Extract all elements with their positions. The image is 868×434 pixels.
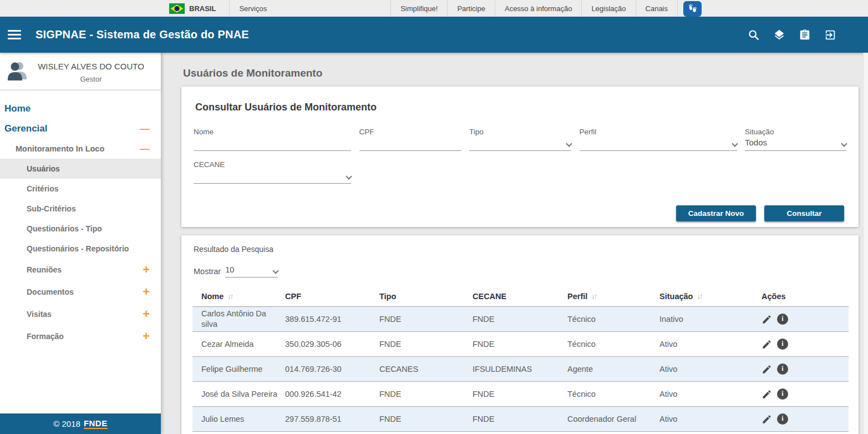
cecane-field-group: CECANE [194,160,351,184]
column-header-nome[interactable]: Nome↓↑ [192,292,285,301]
nome-input[interactable] [194,136,351,147]
table-header-row: Nome↓↑ CPF Tipo CECANE Perfil↓↑ Situação… [192,286,849,307]
info-icon[interactable]: i [777,314,788,325]
search-icon[interactable] [748,29,760,41]
collapse-icon[interactable]: — [140,124,150,134]
info-icon[interactable]: i [777,388,788,400]
consultar-button[interactable]: Consultar [764,205,844,221]
expand-icon[interactable]: + [143,308,150,320]
divider [677,0,678,17]
gov-bar: BRASIL Serviços Simplifique! Participe A… [0,0,868,17]
cell-cecane: FNDE [473,339,567,350]
sidebar-menu: Home Gerencial— Monitoramento In Loco— U… [0,90,161,413]
sidebar-item-gerencial[interactable]: Gerencial— [0,119,161,139]
app-header: SIGPNAE - Sistema de Gestão do PNAE [0,17,868,53]
table-row: Felipe Guilherme 014.769.726-30 CECANES … [192,357,849,382]
sidebar-item-reunioes[interactable]: Reuniões+ [0,259,161,281]
gov-link-canais[interactable]: Canais [636,4,677,13]
cell-situacao: Ativo [659,414,753,425]
sort-icon[interactable]: ↓↑ [227,292,232,300]
cell-perfil: Agente [567,364,659,375]
info-icon[interactable]: i [777,364,788,375]
chevron-down-icon [732,140,738,147]
sidebar-item-sub-criterios[interactable]: Sub-Critérios [0,199,161,219]
cell-cpf: 297.559.878-51 [285,414,379,425]
cell-nome: Carlos Antônio Da silva [192,309,285,330]
sidebar-item-home[interactable]: Home [0,99,161,119]
chevron-down-icon [346,173,352,179]
cell-cecane: FNDE [473,389,567,400]
page-size-select[interactable]: 10 [225,265,278,277]
assignment-icon[interactable] [799,29,811,41]
gov-link-simplifique[interactable]: Simplifique! [391,4,447,13]
expand-icon[interactable]: + [143,286,150,298]
nome-label: Nome [194,128,351,136]
cell-cpf: 014.769.726-30 [285,364,379,375]
gov-link-participe[interactable]: Participe [448,4,495,13]
sidebar-item-criterios[interactable]: Critérios [0,179,161,199]
sidebar-item-formacao[interactable]: Formação+ [0,325,161,347]
show-label: Mostrar [194,267,221,277]
cpf-input[interactable] [359,136,461,147]
menu-hamburger-icon[interactable] [8,28,21,42]
perfil-select[interactable] [580,136,737,151]
column-header-cecane: CECANE [473,292,567,301]
sort-icon[interactable]: ↓↑ [697,292,702,300]
cell-perfil: Técnico [567,314,659,325]
edit-icon[interactable] [762,314,772,325]
page-title: Usuários de Monitoramento [183,67,868,79]
sidebar-item-monitoramento-in-loco[interactable]: Monitoramento In Loco— [0,139,161,159]
vlibras-accessibility-icon[interactable] [683,1,702,17]
situacao-field-group: Situação Todos [745,128,846,151]
situacao-select[interactable]: Todos [745,136,846,151]
sidebar-item-questionarios-tipo[interactable]: Questionários - Tipo [0,219,161,239]
cecane-select[interactable] [194,169,351,184]
results-card: Resultado da Pesquisa Mostrar 10 Nome↓↑ … [181,235,859,434]
results-title: Resultado da Pesquisa [194,245,849,254]
gov-link-servicos[interactable]: Serviços [230,4,276,13]
tipo-field-group: Tipo [469,128,571,151]
layers-icon[interactable] [773,29,785,41]
cell-tipo: FNDE [379,314,473,325]
edit-icon[interactable] [762,364,772,375]
expand-icon[interactable]: + [143,330,150,342]
sidebar-item-visitas[interactable]: Visitas+ [0,303,161,325]
table-row: José da Silva Pereira 000.926.541-42 FND… [192,382,849,407]
sidebar-item-documentos[interactable]: Documentos+ [0,281,161,303]
sidebar-item-usuarios[interactable]: Usuários [0,159,161,179]
info-icon[interactable]: i [777,339,788,350]
cell-cpf: 350.029.305-06 [285,339,379,350]
edit-icon[interactable] [762,414,772,425]
column-header-perfil[interactable]: Perfil↓↑ [567,292,659,301]
chevron-down-icon [272,268,278,274]
chevron-down-icon [841,140,847,147]
perfil-label: Perfil [580,128,737,136]
table-row: Carlos Antônio Da silva 389.615.472-91 F… [192,307,849,332]
expand-icon[interactable]: + [143,264,150,276]
user-panel: WISLEY ALVES DO COUTO Gestor [0,53,161,90]
edit-icon[interactable] [762,389,772,400]
sidebar-footer: © 2018 FNDE [0,413,161,434]
edit-icon[interactable] [762,339,772,350]
copyright-text: © 2018 [53,419,80,428]
sidebar-item-questionarios-repositorio[interactable]: Questionários - Repositório [0,239,161,259]
logout-icon[interactable] [824,29,836,41]
app-title: SIGPNAE - Sistema de Gestão do PNAE [35,28,249,41]
collapse-icon[interactable]: — [140,144,150,154]
fnde-link[interactable]: FNDE [84,418,108,429]
gov-link-legislacao[interactable]: Legislação [582,4,635,13]
main-content: Usuários de Monitoramento Consultar Usuá… [161,53,868,434]
nome-field-group: Nome [194,128,351,151]
vertical-scrollbar[interactable] [863,53,868,434]
cell-situacao: Ativo [659,339,753,350]
cadastrar-novo-button[interactable]: Cadastrar Novo [676,205,756,221]
situacao-label: Situação [745,128,846,136]
info-icon[interactable]: i [777,413,788,425]
results-table: Nome↓↑ CPF Tipo CECANE Perfil↓↑ Situação… [192,286,849,432]
gov-link-acesso-informacao[interactable]: Acesso à informação [495,4,581,13]
sort-icon[interactable]: ↓↑ [591,292,596,300]
sigpnae-app: BRASIL Serviços Simplifique! Participe A… [0,0,868,434]
column-header-situacao[interactable]: Situação↓↑ [659,292,753,301]
table-row: Julio Lemes 297.559.878-51 FNDE FNDE Coo… [192,407,849,432]
tipo-select[interactable] [469,136,571,151]
